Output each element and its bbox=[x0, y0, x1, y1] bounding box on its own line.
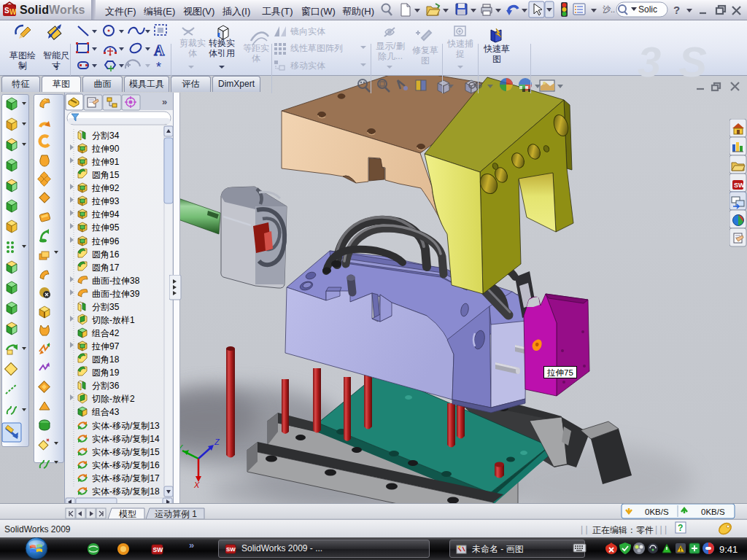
svg-text:?: ? bbox=[678, 523, 683, 533]
svg-text:S: S bbox=[4, 7, 9, 15]
svg-text:»: » bbox=[162, 96, 167, 107]
svg-text:沙..: 沙.. bbox=[603, 5, 615, 14]
svg-text:运动算例 1: 运动算例 1 bbox=[155, 509, 197, 519]
svg-text:*: * bbox=[156, 60, 161, 74]
svg-text:模型: 模型 bbox=[119, 509, 136, 519]
svg-text:?: ? bbox=[673, 4, 680, 16]
svg-text:SW: SW bbox=[153, 546, 164, 553]
svg-text:Z: Z bbox=[214, 438, 220, 446]
svg-text:SW: SW bbox=[226, 546, 236, 553]
svg-text:»: » bbox=[189, 540, 194, 551]
svg-text:SW: SW bbox=[734, 182, 745, 189]
svg-text:W: W bbox=[9, 8, 17, 16]
svg-text:0KB/S: 0KB/S bbox=[645, 508, 669, 516]
svg-text:X: X bbox=[193, 481, 200, 489]
svg-text:拉伸75: 拉伸75 bbox=[546, 368, 573, 377]
svg-text:Solic: Solic bbox=[638, 4, 657, 15]
svg-text:0KB/S: 0KB/S bbox=[701, 508, 725, 516]
svg-text:!: ! bbox=[680, 546, 682, 553]
svg-text:A: A bbox=[154, 42, 165, 58]
